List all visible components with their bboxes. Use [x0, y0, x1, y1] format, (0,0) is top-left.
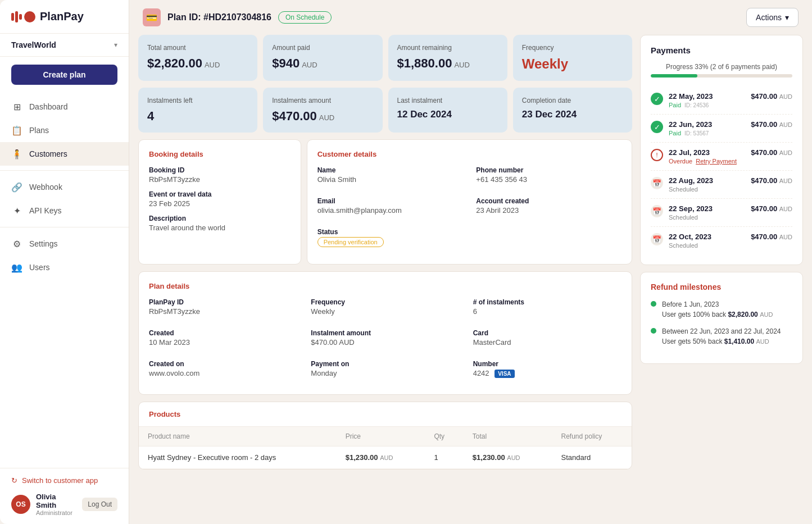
logo-icon [11, 11, 35, 22]
chevron-down-icon: ▾ [114, 41, 117, 49]
payment-date-4: 22 Aug, 2023 [669, 176, 745, 185]
payment-amount-2: $470.00 AUD [751, 120, 792, 129]
logo-bar-1 [11, 13, 14, 21]
payment-status-6: Scheduled [669, 242, 698, 249]
customer-phone-field: Phone number +61 435 356 43 [476, 166, 622, 184]
payment-scheduled-icon-3: 📅 [651, 233, 663, 245]
payment-paid-icon-1: ✓ [651, 93, 663, 105]
actions-chevron-icon: ▾ [785, 13, 789, 22]
plan-frequency-label: Frequency [311, 298, 459, 306]
col-product-name: Product name [139, 427, 337, 446]
sidebar-item-customers[interactable]: 🧍 Customers [0, 142, 129, 166]
sidebar-item-webhook[interactable]: 🔗 Webhook [0, 175, 129, 199]
payment-paid-icon-2: ✓ [651, 121, 663, 133]
main-area: 💳 Plan ID: #HD2107304816 On Schedule Act… [129, 0, 812, 524]
stat-amount-remaining-label: Amount remaining [397, 44, 498, 52]
refund-dot-1 [651, 301, 656, 307]
org-selector[interactable]: TravelWorld ▾ [0, 34, 129, 57]
retry-payment-link[interactable]: Retry Payment [696, 158, 737, 165]
detail-row-booking-customer: Booking details Booking ID RbPsMT3yzzke … [138, 139, 632, 265]
col-total: Total [464, 427, 552, 446]
payment-date-6: 22 Oct, 2023 [669, 233, 745, 241]
stat-total-amount: Total amount $2,820.00AUD [138, 35, 257, 81]
refund-card: Refund milestones Before 1 Jun, 2023 Use… [640, 272, 803, 364]
create-plan-button[interactable]: Create plan [11, 65, 117, 85]
sidebar-item-dashboard[interactable]: ⊞ Dashboard [0, 95, 129, 119]
payment-amount-4: $470.00 AUD [751, 176, 792, 185]
logo-bar-2 [15, 11, 18, 22]
plan-instalments-value: 6 [473, 307, 622, 316]
stat-amount-remaining: Amount remaining $1,880.00AUD [388, 35, 507, 81]
payment-date-2: 22 Jun, 2023 [669, 120, 745, 129]
refund-text-1: Before 1 Jun, 2023 User gets 100% back $… [662, 299, 773, 320]
plan-created-field: Created 10 Mar 2023 [149, 329, 297, 347]
booking-id-label: Booking ID [149, 166, 291, 174]
plan-card-label: Card [473, 329, 622, 337]
products-card: Products Product name Price Qty Total Re… [138, 402, 632, 470]
payment-info-3: 22 Jul, 2023 Overdue Retry Payment [669, 148, 745, 165]
customer-name-field: Name Olivia Smith [317, 166, 463, 184]
payment-item-2: ✓ 22 Jun, 2023 Paid ID: 53567 $470.00 AU… [651, 115, 792, 143]
stat-amount-remaining-value: $1,880.00AUD [397, 56, 498, 71]
plan-id-row: 💳 Plan ID: #HD2107304816 On Schedule [143, 8, 332, 26]
user-role: Administrator [36, 509, 76, 516]
stat-amount-paid-value: $940AUD [272, 56, 373, 71]
stat-frequency: Frequency Weekly [513, 35, 632, 81]
customer-account-created-value: 23 Abril 2023 [476, 206, 622, 215]
description-label: Description [149, 215, 291, 222]
payments-card: Payments Progress 33% (2 of 6 payments p… [640, 35, 803, 265]
plan-details-title: Plan details [149, 282, 622, 290]
sidebar-item-users-label: Users [29, 263, 50, 272]
payment-info-1: 22 May, 2023 Paid ID: 24536 [669, 92, 745, 108]
payment-status-row-3: Overdue Retry Payment [669, 158, 745, 165]
customers-icon: 🧍 [11, 148, 22, 160]
sidebar-item-settings-label: Settings [29, 239, 58, 248]
switch-customer-button[interactable]: ↻ Switch to customer app [11, 476, 117, 485]
payment-id-2: ID: 53567 [684, 130, 709, 136]
payment-status-row-1: Paid ID: 24536 [669, 102, 745, 108]
stat-last-instalment-label: Last instalment [397, 97, 498, 104]
progress-label: Progress 33% (2 of 6 payments paid) [651, 63, 792, 71]
col-price: Price [337, 427, 425, 446]
product-name: Hyatt Sydney - Executive room - 2 days [139, 446, 337, 469]
logout-button[interactable]: Log Out [82, 498, 117, 511]
plan-payment-on-value: Monday [311, 369, 459, 377]
customer-account-created-label: Account created [476, 197, 622, 205]
description-value: Travel around the world [149, 224, 291, 232]
stat-frequency-label: Frequency [522, 44, 623, 52]
plan-instalment-amount-label: Instalment amount [311, 329, 459, 337]
plan-created-value: 10 Mar 2023 [149, 338, 297, 347]
customer-email-value: olivia.smith@planpay.com [317, 206, 463, 215]
payments-title: Payments [651, 45, 792, 55]
plan-instalments-label: # of instalments [473, 298, 622, 306]
payment-info-4: 22 Aug, 2023 Scheduled [669, 176, 745, 193]
visa-badge: VISA [495, 370, 514, 378]
actions-button[interactable]: Actions ▾ [746, 8, 799, 27]
stats-row-1: Total amount $2,820.00AUD Amount paid $9… [138, 35, 632, 81]
sidebar-item-api-keys-label: API Keys [29, 206, 62, 215]
stat-amount-paid: Amount paid $940AUD [263, 35, 382, 81]
payment-item-4: 📅 22 Aug, 2023 Scheduled $470.00 AUD [651, 171, 792, 199]
payment-item-3: ! 22 Jul, 2023 Overdue Retry Payment $47… [651, 143, 792, 171]
stat-completion-date: Completion date 23 Dec 2024 [513, 88, 632, 133]
sidebar-item-users[interactable]: 👥 Users [0, 256, 129, 279]
plan-frequency-field: Frequency Weekly [311, 298, 459, 316]
nav-divider-1 [0, 170, 129, 171]
sidebar-item-plans[interactable]: 📋 Plans [0, 119, 129, 142]
plan-number-field: Number 4242 VISA [473, 360, 622, 377]
sidebar-item-api-keys[interactable]: ✦ API Keys [0, 199, 129, 222]
plan-payment-on-label: Payment on [311, 360, 459, 368]
plan-instalments-field: # of instalments 6 [473, 298, 622, 316]
plan-id-text: Plan ID: #HD2107304816 [167, 12, 271, 22]
payment-overdue-icon: ! [651, 149, 663, 161]
payment-status-5: Scheduled [669, 214, 698, 221]
customer-status-field: Status Pending verification [317, 228, 463, 247]
payment-id-1: ID: 24536 [684, 102, 709, 108]
customer-card: Customer details Name Olivia Smith Phone… [307, 139, 632, 265]
description-field: Description Travel around the world [149, 215, 291, 232]
plan-payment-on-field: Payment on Monday [311, 360, 459, 377]
customer-status-label: Status [317, 228, 463, 236]
payment-status-row-6: Scheduled [669, 242, 745, 249]
payment-info-2: 22 Jun, 2023 Paid ID: 53567 [669, 120, 745, 136]
sidebar-item-settings[interactable]: ⚙ Settings [0, 232, 129, 256]
